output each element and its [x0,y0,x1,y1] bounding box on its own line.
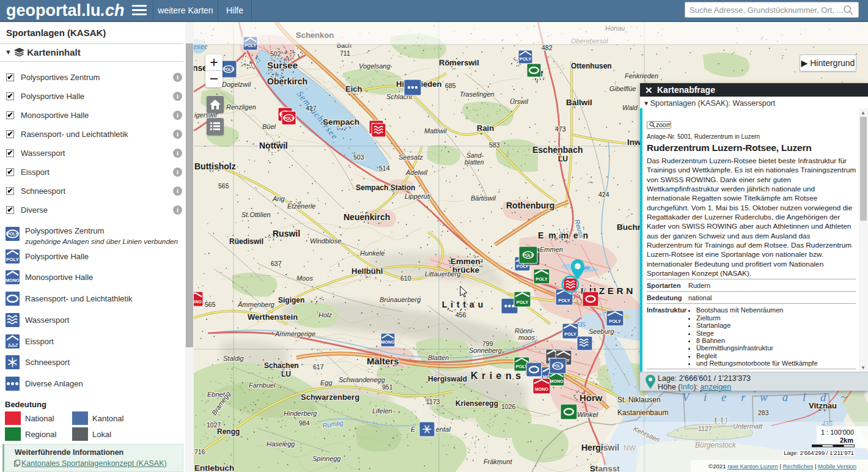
svg-text:Bärtiswil: Bärtiswil [471,194,496,202]
svg-text:Rothenburg: Rothenburg [506,201,554,210]
svg-text:Malters: Malters [367,356,399,366]
svg-text:424: 424 [598,191,609,198]
svg-text:Ämmenberg: Ämmenberg [237,301,275,308]
svg-text:Brunauerberg: Brunauerberg [380,296,421,303]
svg-text:Emmen-: Emmen- [451,257,483,266]
svg-text:Holz: Holz [318,311,333,319]
svg-text:Rüediswil: Rüediswil [229,237,263,246]
svg-text:blatten: blatten [465,158,484,166]
svg-text:456: 456 [455,311,466,319]
svg-text:POLY: POLY [516,364,528,369]
svg-text:Hellbühl: Hellbühl [351,267,383,276]
svg-text:Römerswil: Römerswil [439,58,479,67]
svg-text:POLY: POLY [558,298,570,303]
svg-text:Mattiwil: Mattiwil [424,127,447,135]
svg-text:Spinnegg: Spinnegg [312,455,341,462]
svg-text:Schachen: Schachen [264,361,299,370]
svg-text:Entlebuch: Entlebuch [194,463,234,472]
svg-text:716: 716 [194,448,205,455]
svg-text:ental: ental [436,426,451,433]
svg-text:Fenkrieden: Fenkrieden [625,72,658,79]
svg-text:Moos: Moos [296,275,313,282]
svg-text:2km: 2km [840,437,853,444]
svg-text:Ammergerige: Ammergerige [274,330,315,337]
svg-text:Fräkmunt: Fräkmunt [484,458,512,465]
svg-text:MONO: MONO [535,387,548,391]
svg-text:984: 984 [299,419,310,427]
svg-text:Farnbuel: Farnbuel [249,382,276,389]
svg-text:482: 482 [542,44,553,51]
svg-text:Arig: Arig [272,195,285,202]
svg-text:Seesatz: Seesatz [399,153,423,161]
svg-text:LU: LU [281,370,291,378]
svg-text:Hinderberg: Hinderberg [284,410,317,417]
svg-text:1173: 1173 [426,398,440,405]
svg-text:MONO: MONO [381,340,395,344]
svg-text:©2021 rawi Kanton Luzern | Rec: ©2021 rawi Kanton Luzern | Rechtliches |… [708,463,856,470]
svg-text:Renzligen: Renzligen [226,103,256,111]
svg-text:Schwarzenberg: Schwarzenberg [301,393,359,402]
svg-text:POLY: POLY [7,232,18,236]
svg-text:583: 583 [489,141,500,149]
svg-text:637: 637 [271,260,282,267]
svg-text:Seeburg: Seeburg [589,328,614,335]
svg-text:Rain: Rain [477,124,494,133]
svg-text:Kastanienbaum: Kastanienbaum [617,408,668,417]
svg-text:POLY: POLY [535,276,548,282]
svg-text:POLY: POLY [517,300,529,305]
svg-text:POLY: POLY [223,67,234,72]
svg-text:POLY: POLY [553,364,564,368]
svg-text:St.Ottilien: St.Ottilien [241,211,271,218]
svg-text:Egg: Egg [320,379,333,386]
svg-text:Eich: Eich [345,84,362,94]
svg-text:617: 617 [313,363,324,371]
svg-text:Winkel: Winkel [577,411,598,418]
svg-text:Vogelsang: Vogelsang [359,62,391,70]
svg-text:Emmen: Emmen [540,246,563,253]
svg-text:503: 503 [353,153,364,161]
svg-text:MONO: MONO [6,278,20,283]
svg-text:Sonneberg: Sonneberg [469,347,502,354]
svg-text:K r i e n s: K r i e n s [471,371,521,381]
svg-text:565: 565 [218,182,229,190]
svg-text:Schwandenegg: Schwandenegg [339,376,386,383]
svg-text:1027: 1027 [207,421,221,429]
svg-text:E: E [411,426,416,433]
svg-text:Buttisholz: Buttisholz [194,161,236,171]
svg-text:610: 610 [400,275,411,282]
svg-text:St. Niklausen: St. Niklausen [617,396,661,404]
svg-text:Wald: Wald [622,104,638,111]
svg-text:Staldig: Staldig [223,355,245,362]
svg-text:LU: LU [558,155,568,163]
svg-text:Oberkirch: Oberkirch [267,76,307,86]
svg-text:Etzenerle: Etzenerle [287,202,315,210]
svg-text:565: 565 [205,301,216,308]
svg-text:MONO: MONO [194,300,202,304]
svg-text:Lipperüti: Lipperüti [405,193,431,200]
svg-text:Blatten: Blatten [428,354,449,361]
svg-text:1 : 100'000: 1 : 100'000 [821,429,854,436]
svg-text:685: 685 [445,82,456,89]
svg-text:Nottwil: Nottwil [259,141,288,150]
svg-text:Werthenstein: Werthenstein [248,312,298,322]
svg-text:951: 951 [382,383,393,391]
svg-text:L i t t a u: L i t t a u [442,300,484,309]
svg-text:moos: moos [518,334,535,341]
svg-text:Hunkele: Hunkele [360,249,384,257]
svg-text:Büel: Büel [262,123,276,130]
svg-text:Ottenhusen: Ottenhusen [571,62,612,70]
svg-text:Lage: 2'664'299 / 1'211'971: Lage: 2'664'299 / 1'211'971 [784,449,854,456]
svg-text:Sempach Station: Sempach Station [356,183,415,192]
svg-text:POLY: POLY [284,116,295,120]
svg-text:POLY: POLY [609,319,621,324]
svg-text:Windblose: Windblose [310,237,341,245]
svg-text:Eschenbach: Eschenbach [532,145,583,155]
svg-text:1026: 1026 [501,403,516,410]
svg-text:Traselingen: Traselingen [460,90,495,98]
svg-text:283: 283 [758,409,769,416]
svg-text:POLY: POLY [6,257,20,262]
svg-text:799: 799 [482,340,493,347]
svg-text:Sigigen: Sigigen [278,296,304,304]
svg-text:Horw: Horw [579,393,603,403]
svg-text:Hergiswald: Hergiswald [428,375,467,383]
